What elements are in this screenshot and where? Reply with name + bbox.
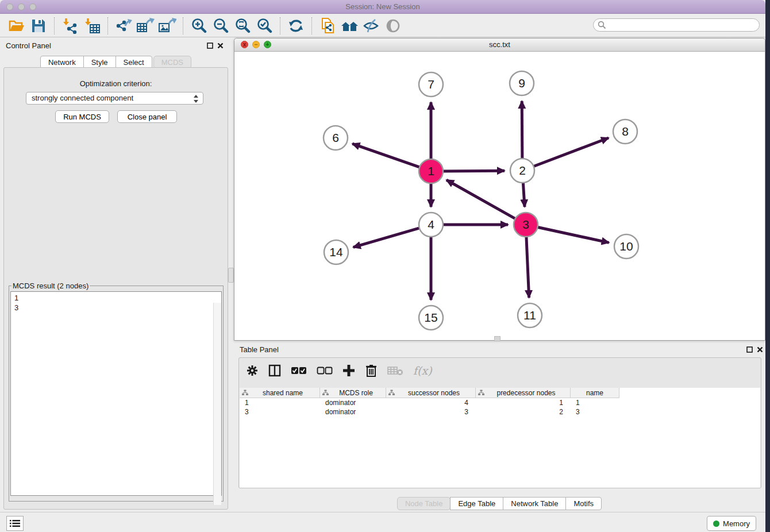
- toolbar-separator: [280, 17, 280, 34]
- zoom-in-icon[interactable]: [188, 17, 210, 35]
- desktop-edge: [765, 0, 770, 532]
- import-network-icon[interactable]: [59, 17, 81, 35]
- close-table-panel-icon[interactable]: [756, 346, 764, 353]
- graph-node-label: 9: [518, 76, 525, 90]
- add-row-icon[interactable]: [342, 364, 355, 377]
- result-scrollbar[interactable]: [213, 303, 221, 505]
- cell-successor-nodes[interactable]: 4: [386, 398, 476, 407]
- column-header-mcds-role[interactable]: MCDS role: [320, 388, 386, 398]
- zoom-selected-icon[interactable]: [253, 17, 275, 35]
- export-table-icon[interactable]: [134, 17, 156, 35]
- column-header-name[interactable]: name: [571, 388, 619, 398]
- graph-node-label: 3: [522, 218, 529, 231]
- minimize-view-button[interactable]: –: [252, 41, 260, 48]
- save-session-icon[interactable]: [28, 17, 49, 35]
- toolbar-search: [593, 18, 760, 32]
- maximize-view-button[interactable]: +: [264, 41, 271, 48]
- float-table-panel-icon[interactable]: [746, 346, 753, 353]
- home-view-icon[interactable]: [338, 17, 360, 35]
- import-table-icon[interactable]: [81, 17, 103, 35]
- zoom-out-icon[interactable]: [210, 17, 232, 35]
- cell-name[interactable]: 1: [571, 398, 619, 407]
- columns-icon[interactable]: [268, 364, 281, 377]
- cell-name[interactable]: 3: [571, 407, 619, 417]
- graph-edge-1-2[interactable]: [442, 171, 505, 171]
- refresh-icon[interactable]: [285, 17, 307, 35]
- show-hide-icon[interactable]: [360, 17, 382, 35]
- graph-edge-3-11[interactable]: [526, 236, 529, 298]
- view-resize-grip[interactable]: [494, 336, 500, 341]
- table-panel: Table Panel: [234, 342, 765, 512]
- unselect-all-icon[interactable]: [317, 364, 333, 377]
- search-input[interactable]: [593, 18, 760, 32]
- delete-row-icon[interactable]: [365, 364, 378, 377]
- graph-edge-3-1[interactable]: [446, 180, 516, 219]
- zoom-window-button[interactable]: [29, 3, 36, 10]
- clone-network-icon[interactable]: [317, 17, 338, 35]
- window-title: Session: New Session: [0, 0, 765, 14]
- table-row[interactable]: 3 dominator 3 2 3: [240, 407, 760, 417]
- cell-successor-nodes[interactable]: 3: [386, 407, 476, 417]
- column-header-shared-name[interactable]: shared name: [240, 388, 320, 398]
- network-view-window: x – + scc.txt 7968124314101511: [234, 38, 765, 341]
- tab-node-table[interactable]: Node Table: [397, 497, 451, 510]
- graph-edge-2-9[interactable]: [522, 101, 522, 160]
- delete-table-icon: [387, 364, 403, 377]
- cell-mcds-role[interactable]: dominator: [320, 398, 386, 407]
- graph-edge-2-3[interactable]: [523, 182, 525, 207]
- zoom-fit-icon[interactable]: [232, 17, 253, 35]
- memory-label: Memory: [723, 519, 750, 528]
- cell-predecessor-nodes[interactable]: 1: [476, 398, 571, 407]
- graph-node-label: 10: [619, 240, 633, 253]
- chevron-updown-icon: [193, 94, 199, 103]
- mcds-result-title: MCDS result (2 nodes): [11, 282, 90, 290]
- export-image-icon[interactable]: [156, 17, 178, 35]
- graph-node-label: 7: [428, 78, 434, 91]
- memory-status-icon: [713, 521, 719, 527]
- run-mcds-button[interactable]: Run MCDS: [55, 110, 109, 123]
- toolbar-separator: [107, 17, 108, 34]
- mcds-result-text[interactable]: 1 3: [10, 291, 222, 496]
- close-window-button[interactable]: [6, 3, 13, 10]
- cell-shared-name[interactable]: 1: [240, 398, 320, 407]
- memory-button[interactable]: Memory: [707, 516, 756, 531]
- cell-mcds-role[interactable]: dominator: [320, 407, 386, 417]
- panel-splitter[interactable]: [228, 268, 234, 283]
- export-network-icon[interactable]: [113, 17, 134, 35]
- hierarchy-icon: [388, 390, 395, 396]
- graph-edge-4-14[interactable]: [353, 228, 421, 247]
- graph-edge-3-10[interactable]: [537, 227, 609, 242]
- float-panel-icon[interactable]: [206, 42, 214, 49]
- graph-node-label: 6: [332, 131, 339, 144]
- inactive-eye-icon[interactable]: [382, 17, 404, 35]
- cell-predecessor-nodes[interactable]: 2: [476, 407, 571, 417]
- toolbar-separator: [311, 17, 312, 34]
- close-panel-icon[interactable]: [217, 42, 224, 49]
- list-icon: [10, 519, 20, 527]
- table-panel-title: Table Panel: [240, 345, 279, 354]
- tab-edge-table[interactable]: Edge Table: [450, 497, 503, 510]
- network-graph-canvas[interactable]: 7968124314101511: [234, 52, 765, 341]
- tab-network-table[interactable]: Network Table: [503, 497, 566, 510]
- open-session-icon[interactable]: [6, 17, 28, 35]
- select-all-icon[interactable]: [291, 364, 307, 377]
- table-settings-icon[interactable]: [246, 364, 259, 377]
- cell-shared-name[interactable]: 3: [240, 407, 320, 417]
- close-view-button[interactable]: x: [241, 41, 248, 48]
- tab-motifs[interactable]: Motifs: [565, 497, 602, 510]
- graph-node-label: 1: [428, 164, 434, 178]
- mcds-panel-body: Optimization criterion: strongly connect…: [3, 67, 228, 510]
- graph-node-label: 15: [424, 311, 437, 324]
- criterion-select[interactable]: strongly connected component: [26, 92, 203, 105]
- column-header-predecessor-nodes[interactable]: predecessor nodes: [476, 388, 571, 398]
- minimize-window-button[interactable]: [18, 3, 25, 10]
- close-panel-button[interactable]: Close panel: [117, 110, 177, 123]
- graph-node-label: 8: [622, 125, 629, 138]
- task-history-button[interactable]: [6, 516, 24, 531]
- status-bar: Memory: [0, 512, 765, 532]
- column-header-successor-nodes[interactable]: successor nodes: [386, 388, 476, 398]
- graph-edge-2-8[interactable]: [533, 138, 609, 167]
- graph-edge-1-6[interactable]: [352, 144, 421, 168]
- table-row[interactable]: 1 dominator 4 1 1: [240, 398, 760, 407]
- graph-node-label: 2: [519, 164, 526, 177]
